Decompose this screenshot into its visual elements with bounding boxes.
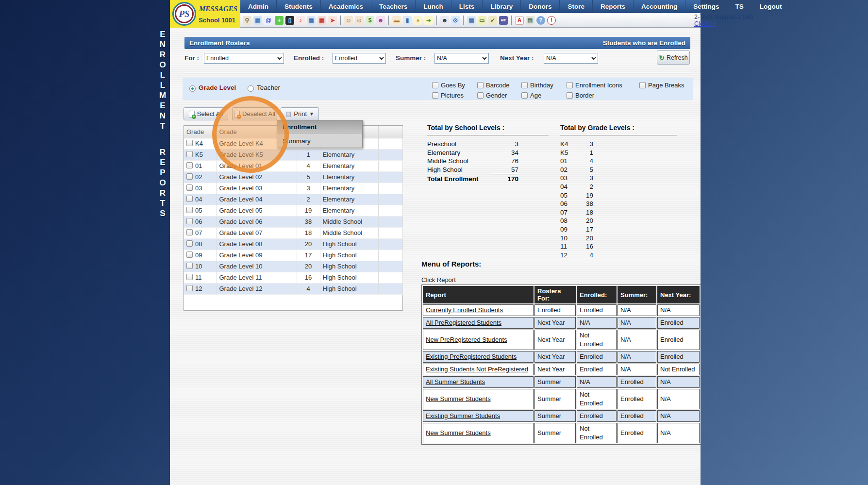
grade-table-row[interactable]: K5 Grade Level K5 1 Elementary bbox=[184, 149, 402, 160]
option-checkbox[interactable] bbox=[567, 82, 573, 88]
report-link[interactable]: New Summer Students bbox=[426, 429, 491, 436]
grade-table-row[interactable]: 02 Grade Level 02 5 Elementary bbox=[184, 171, 402, 183]
sound-icon[interactable]: ♪ bbox=[296, 16, 305, 25]
grade-row-checkbox[interactable] bbox=[186, 162, 193, 168]
grade-row-checkbox[interactable] bbox=[186, 140, 193, 146]
grade-row-checkbox[interactable] bbox=[186, 274, 193, 280]
print-check-icon[interactable]: ✓ bbox=[488, 16, 497, 25]
option-checkbox[interactable] bbox=[521, 92, 528, 99]
schedule-icon[interactable]: ▦ bbox=[307, 16, 316, 25]
grade-row-checkbox[interactable] bbox=[186, 263, 193, 269]
option-checkbox[interactable] bbox=[521, 82, 528, 88]
grade-table-row[interactable]: 09 Grade Level 09 17 High School bbox=[184, 250, 402, 261]
ap-icon[interactable]: A/P bbox=[499, 16, 508, 25]
nav-item[interactable]: Teachers bbox=[371, 0, 416, 13]
grade-row-checkbox[interactable] bbox=[186, 229, 193, 235]
register-icon[interactable]: ▤ bbox=[526, 16, 534, 25]
student-icon[interactable]: ☺ bbox=[355, 16, 364, 25]
nav-item[interactable]: Lunch bbox=[416, 0, 451, 13]
help-icon[interactable]: ? bbox=[536, 16, 545, 25]
grade-table-row[interactable]: 03 Grade Level 03 3 Elementary bbox=[184, 183, 402, 194]
grade-table-row[interactable]: 07 Grade Level 07 18 Middle School bbox=[184, 227, 402, 238]
next-year-select[interactable]: N/A bbox=[544, 53, 598, 64]
grade-row-checkbox[interactable] bbox=[186, 173, 193, 180]
calendar-date-icon[interactable]: ▦ bbox=[317, 16, 326, 25]
report-link[interactable]: New PreRegistered Students bbox=[426, 336, 507, 343]
pdf-icon[interactable]: A bbox=[515, 16, 524, 25]
option-checkbox[interactable] bbox=[432, 82, 438, 88]
grade-table-row[interactable]: 11 Grade Level 11 16 High School bbox=[184, 272, 402, 283]
grade-table-row[interactable]: 10 Grade Level 10 20 High School bbox=[184, 261, 402, 272]
nav-item[interactable]: Academics bbox=[321, 0, 371, 13]
grade-table-row[interactable]: 08 Grade Level 08 20 High School bbox=[184, 238, 402, 250]
option-checkbox[interactable] bbox=[639, 82, 646, 88]
teacher-radio[interactable] bbox=[248, 85, 254, 92]
email-icon[interactable]: @ bbox=[264, 16, 273, 25]
nav-item[interactable]: Settings bbox=[685, 0, 727, 13]
nav-item[interactable]: Reports bbox=[593, 0, 634, 13]
option-checkbox[interactable] bbox=[477, 92, 484, 99]
print-menu-summary[interactable]: Summary bbox=[277, 134, 362, 148]
report-link[interactable]: All Summer Students bbox=[426, 378, 485, 385]
report-link[interactable]: Existing Summer Students bbox=[426, 412, 500, 419]
option-checkbox[interactable] bbox=[432, 92, 438, 99]
nav-item[interactable]: Students bbox=[277, 0, 321, 13]
nav-item[interactable]: Logout bbox=[752, 0, 790, 13]
lunch-icon[interactable]: ▬ bbox=[392, 16, 401, 25]
grade-table-row[interactable]: 06 Grade Level 06 38 Middle School bbox=[184, 216, 402, 227]
gradebook-icon[interactable]: ▦ bbox=[467, 16, 476, 25]
report-link[interactable]: New Summer Students bbox=[426, 395, 491, 402]
deselect-all-button[interactable]: − Deselect All bbox=[232, 107, 277, 120]
forward-note-icon[interactable]: ➔ bbox=[424, 16, 433, 25]
chat-add-icon[interactable]: + bbox=[275, 16, 284, 25]
clock-icon[interactable]: ⊙ bbox=[451, 16, 460, 25]
megaphone-icon[interactable]: ➤ bbox=[328, 16, 337, 25]
grade-code: 12 bbox=[195, 285, 202, 292]
grade-level-radio[interactable] bbox=[189, 85, 196, 92]
nav-item[interactable]: Donors bbox=[521, 0, 560, 13]
admin-person-icon[interactable]: ☻ bbox=[440, 16, 449, 25]
for-select[interactable]: Enrolled bbox=[204, 53, 284, 64]
nav-item[interactable]: Store bbox=[560, 0, 593, 13]
add-student-icon[interactable]: ☺ bbox=[344, 16, 353, 25]
report-link[interactable]: All PreRegistered Students bbox=[426, 319, 501, 326]
search-icon[interactable]: ⚲ bbox=[243, 16, 251, 25]
money-icon[interactable]: $ bbox=[366, 16, 374, 25]
grade-table-row[interactable]: 01 Grade Level 01 4 Elementary bbox=[184, 160, 402, 171]
grade-table-row[interactable]: 04 Grade Level 04 2 Elementary bbox=[184, 194, 402, 205]
grade-row-checkbox[interactable] bbox=[186, 240, 193, 247]
library-icon[interactable]: ▮ bbox=[403, 16, 412, 25]
clock-in-link[interactable]: Clock In bbox=[694, 20, 716, 27]
grade-row-checkbox[interactable] bbox=[186, 207, 193, 213]
calendar-grid-icon[interactable]: ▦ bbox=[253, 16, 262, 25]
grade-table-row[interactable]: 12 Grade Level 12 4 High School bbox=[184, 283, 402, 294]
summer-select[interactable]: N/A bbox=[434, 53, 489, 64]
alert-icon[interactable]: ! bbox=[547, 16, 556, 25]
refresh-button[interactable]: ↻ Refresh bbox=[657, 50, 690, 65]
print-menu-enrollment[interactable]: Enrollment bbox=[277, 120, 362, 134]
bell-icon[interactable]: ♦ bbox=[414, 16, 422, 25]
nav-item[interactable]: Admin bbox=[240, 0, 277, 13]
grade-row-checkbox[interactable] bbox=[186, 251, 193, 258]
select-all-button[interactable]: + Select All bbox=[184, 107, 228, 120]
option-checkbox[interactable] bbox=[477, 82, 484, 88]
phone-icon[interactable]: ▯ bbox=[285, 16, 294, 25]
grade-row-checkbox[interactable] bbox=[186, 285, 193, 291]
family-icon[interactable]: ☻ bbox=[376, 16, 385, 25]
report-link[interactable]: Currently Enrolled Students bbox=[426, 306, 503, 314]
grade-row-checkbox[interactable] bbox=[186, 196, 193, 202]
grade-table-row[interactable]: 05 Grade Level 05 19 Elementary bbox=[184, 205, 402, 216]
enrolled-select[interactable]: Enrolled bbox=[333, 53, 386, 64]
report-link[interactable]: Existing PreRegistered Students bbox=[426, 353, 517, 360]
print-button[interactable]: ▤ Print ▼ bbox=[281, 107, 319, 120]
grade-row-checkbox[interactable] bbox=[186, 184, 193, 191]
nav-item[interactable]: Library bbox=[483, 0, 521, 13]
report-link[interactable]: Existing Students Not PreRegistered bbox=[426, 366, 528, 373]
grade-row-checkbox[interactable] bbox=[186, 151, 193, 157]
nav-item[interactable]: Accounting bbox=[634, 0, 685, 13]
grade-row-checkbox[interactable] bbox=[186, 218, 193, 224]
nav-item[interactable]: TS bbox=[727, 0, 751, 13]
nav-item[interactable]: Lists bbox=[451, 0, 483, 13]
option-checkbox[interactable] bbox=[567, 92, 573, 99]
check-icon[interactable]: ▭ bbox=[478, 16, 486, 25]
